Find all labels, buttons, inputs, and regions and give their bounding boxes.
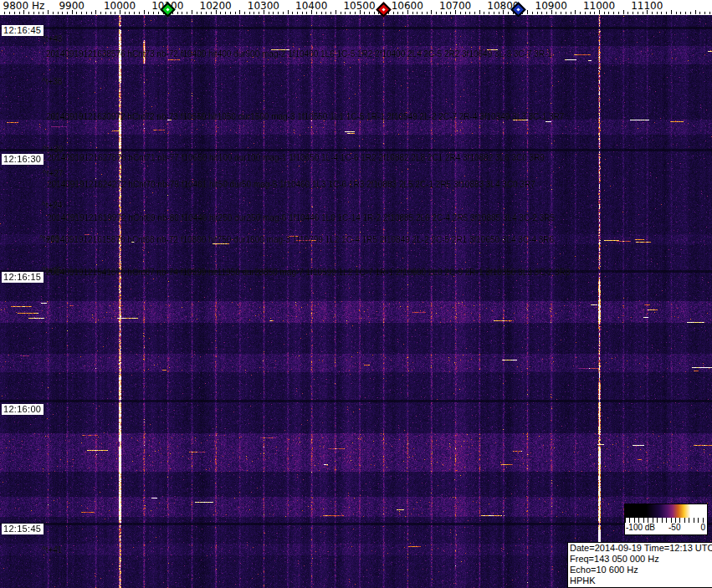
axis-tick — [460, 12, 461, 14]
axis-tick — [571, 12, 571, 14]
edge-tick-mark: ` — [0, 113, 3, 120]
axis-tick — [325, 12, 326, 14]
marker-center-dot — [382, 8, 385, 11]
axis-tick — [28, 12, 29, 14]
axis-tick — [666, 12, 667, 14]
axis-tick — [330, 12, 331, 14]
axis-tick — [369, 12, 370, 14]
axis-tick — [197, 12, 197, 14]
axis-tick — [417, 12, 417, 14]
axis-tick — [676, 12, 677, 14]
colorbar-label-min: -100 dB — [626, 523, 655, 532]
time-label: 12:16:45 — [2, 25, 44, 36]
axis-tick — [604, 12, 605, 14]
axis-tick — [297, 12, 298, 14]
time-label: 12:16:15 — [2, 272, 44, 283]
t-plus-mark: ^t+24 — [42, 201, 62, 210]
axis-tick — [355, 12, 356, 14]
axis-tick — [508, 12, 509, 14]
axis-tick — [100, 12, 101, 14]
info-station: HPHK — [570, 575, 712, 586]
status-info-box: Date=2014-09-19 Time=12:13 UTC Freq=143 … — [567, 542, 712, 588]
info-date-time: Date=2014-09-19 Time=12:13 UTC — [570, 543, 712, 554]
detection-text-row: 20140919121630972 hCnt72 nb-73 f10550 hi… — [46, 112, 564, 121]
edge-tick-mark: ` — [0, 261, 3, 268]
time-label: 12:16:30 — [2, 154, 44, 165]
colorbar-labels: -100 dB -50 0 — [625, 523, 707, 534]
axis-tick — [364, 12, 365, 14]
axis-tick — [211, 12, 212, 14]
axis-tick — [402, 12, 403, 14]
axis-tick — [67, 12, 68, 14]
axis-tick — [230, 12, 231, 14]
edge-tick-mark: ` — [0, 52, 3, 59]
axis-tick — [244, 12, 245, 14]
axis-tick — [465, 12, 466, 14]
axis-tick — [489, 12, 489, 14]
axis-tick — [19, 12, 20, 14]
axis-tick — [278, 12, 279, 14]
axis-tick — [58, 12, 59, 14]
axis-tick — [269, 12, 269, 14]
edge-tick-mark: ` — [0, 24, 3, 31]
axis-tick — [321, 12, 322, 14]
axis-tick — [33, 12, 34, 14]
axis-tick — [613, 12, 614, 14]
meteor-echo-spectrogram-window: 9800 Hz990010000101001020010300104001050… — [0, 0, 712, 588]
axis-tick — [427, 12, 428, 14]
axis-tick — [53, 12, 54, 14]
axis-tick — [283, 12, 284, 14]
axis-tick — [158, 12, 159, 14]
axis-tick — [680, 12, 681, 14]
frequency-axis: 9800 Hz990010000101001020010300104001050… — [0, 0, 712, 15]
axis-tick — [249, 12, 250, 14]
axis-tick — [374, 12, 375, 14]
axis-tick — [201, 12, 202, 14]
axis-tick — [608, 12, 609, 14]
axis-tick — [699, 12, 700, 14]
marker-center-dot — [517, 8, 520, 11]
axis-tick — [4, 12, 5, 14]
edge-tick-mark: ` — [0, 77, 3, 84]
axis-tick — [690, 12, 691, 14]
axis-tick — [306, 12, 307, 14]
axis-tick — [9, 12, 10, 14]
axis-tick — [43, 12, 44, 14]
edge-tick-mark: ` — [0, 143, 3, 150]
axis-tick — [494, 12, 494, 14]
axis-tick — [129, 12, 130, 14]
axis-tick — [436, 12, 437, 14]
axis-tick — [590, 12, 591, 14]
time-label: 12:16:00 — [2, 404, 44, 415]
axis-tick — [446, 12, 447, 14]
edge-tick-mark: ` — [0, 169, 3, 176]
axis-tick — [86, 12, 87, 14]
axis-tick — [499, 12, 499, 14]
axis-tick — [206, 12, 207, 14]
axis-tick — [594, 12, 595, 14]
axis-tick — [341, 12, 341, 14]
axis-tick — [643, 12, 643, 14]
axis-tick — [259, 12, 259, 14]
axis-tick — [566, 12, 566, 14]
axis-tick-label: 11100 — [617, 0, 676, 12]
axis-tick — [541, 12, 542, 14]
t-plus-mark: ^t+41 — [42, 545, 62, 555]
detection-text-row: 20140919121541876 hCnt67 nb-74 f10599 hi… — [46, 268, 570, 277]
colorbar-label-mid: -50 — [668, 523, 680, 532]
axis-tick — [345, 12, 346, 14]
spectrogram-canvas[interactable] — [0, 15, 712, 588]
axis-tick — [474, 12, 475, 14]
t-plus-mark: ^t+27 — [43, 169, 63, 178]
axis-tick — [709, 12, 710, 14]
axis-tick — [115, 12, 115, 14]
axis-tick — [633, 12, 633, 14]
axis-tick — [661, 12, 662, 14]
axis-tick — [153, 12, 154, 14]
detection-text-row: 20140919121627876 hCnt71 nb-77 f10650 hi… — [47, 153, 545, 162]
axis-tick — [652, 12, 653, 14]
axis-tick — [14, 12, 15, 14]
axis-tick — [38, 12, 39, 14]
t-plus-mark: ^t+38 — [42, 77, 62, 86]
colorbar: -100 dB -50 0 — [624, 504, 708, 535]
